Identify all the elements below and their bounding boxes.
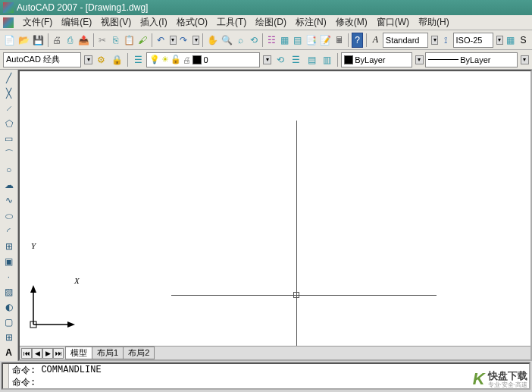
- paste-button[interactable]: 📋: [123, 33, 136, 48]
- separator: [202, 33, 203, 47]
- textstyle-combo[interactable]: Standard: [383, 33, 428, 48]
- ucs-x-label: X: [74, 276, 80, 285]
- dimstyle-icon[interactable]: ⟟: [440, 33, 451, 48]
- print-button[interactable]: 🖨: [52, 33, 63, 48]
- layer-combo[interactable]: 💡 ☀ 🔓 🖨 0: [146, 52, 259, 67]
- undo-dropdown[interactable]: ▾: [170, 36, 177, 45]
- menu-modify[interactable]: 修改(M): [336, 16, 368, 29]
- tab-prev-button[interactable]: ◀: [32, 348, 42, 359]
- markup-button[interactable]: 📝: [319, 33, 332, 48]
- mtext-tool[interactable]: A: [2, 346, 17, 359]
- dimstyle-combo[interactable]: ISO-25: [453, 33, 493, 48]
- command-handle[interactable]: [3, 364, 9, 388]
- svg-marker-3: [67, 321, 75, 328]
- linetype-preview-icon: [428, 59, 458, 60]
- layer-prev-button[interactable]: ⟲: [273, 52, 287, 67]
- publish-button[interactable]: 📤: [77, 33, 90, 48]
- rectangle-tool[interactable]: ▭: [2, 132, 17, 146]
- redo-dropdown[interactable]: ▾: [192, 36, 199, 45]
- tab-first-button[interactable]: ⏮: [21, 348, 32, 359]
- tab-model[interactable]: 模型: [65, 347, 92, 359]
- menu-dim[interactable]: 标注(N): [296, 16, 327, 29]
- separator: [366, 33, 367, 47]
- block-tool[interactable]: ▣: [2, 255, 17, 268]
- dimstyle-dropdown[interactable]: ▾: [496, 36, 503, 45]
- region-tool[interactable]: ▢: [2, 315, 17, 329]
- sheetset-button[interactable]: 📑: [305, 33, 318, 48]
- menu-edit[interactable]: 编辑(E): [61, 16, 92, 29]
- menu-window[interactable]: 窗口(W): [377, 16, 409, 29]
- tab-layout1[interactable]: 布局1: [92, 347, 124, 359]
- polygon-tool[interactable]: ⬠: [2, 117, 17, 130]
- menu-insert[interactable]: 插入(I): [140, 16, 167, 29]
- redo-button[interactable]: ↷: [178, 33, 189, 48]
- table-tool[interactable]: ⊞: [2, 331, 17, 344]
- linetype-combo[interactable]: ByLayer: [425, 52, 518, 67]
- command-window[interactable]: 命令: COMMANDLINE 命令:: [2, 362, 530, 390]
- xline-tool[interactable]: ╳: [2, 86, 17, 100]
- linetype-dropdown[interactable]: ▾: [521, 55, 529, 64]
- menu-file[interactable]: 文件(F): [23, 16, 52, 29]
- command-input-line[interactable]: 命令:: [9, 376, 529, 388]
- circle-tool[interactable]: ○: [2, 163, 17, 177]
- layer-states-button[interactable]: ☰: [289, 52, 303, 67]
- revcloud-tool[interactable]: ☁: [2, 178, 17, 192]
- menu-draw[interactable]: 绘图(D): [255, 16, 286, 29]
- workspace-settings-button[interactable]: ⚙: [94, 52, 108, 67]
- designcenter-button[interactable]: ▦: [279, 33, 290, 48]
- workspace-combo[interactable]: AutoCAD 经典: [3, 52, 81, 67]
- line-tool[interactable]: ╱: [2, 71, 17, 85]
- point-tool[interactable]: ·: [2, 270, 17, 284]
- help-button[interactable]: ?: [352, 33, 363, 48]
- calc-button[interactable]: 🖩: [333, 33, 345, 48]
- gradient-tool[interactable]: ◐: [2, 300, 17, 314]
- watermark: K 快盘下载 专业·安全·高速: [473, 369, 527, 389]
- tab-next-button[interactable]: ▶: [42, 348, 53, 359]
- command-prompt: 命令:: [12, 376, 36, 389]
- polyline-tool[interactable]: ⟋: [2, 102, 17, 115]
- layer-iso-button[interactable]: ▤: [305, 52, 319, 67]
- zoom-prev-button[interactable]: ⟲: [248, 33, 259, 48]
- layer-walk-button[interactable]: ▥: [320, 52, 334, 67]
- drawing-canvas[interactable]: Y X: [20, 71, 530, 346]
- new-button[interactable]: 📄: [3, 33, 16, 48]
- color-combo[interactable]: ByLayer: [341, 52, 412, 67]
- open-button[interactable]: 📂: [17, 33, 30, 48]
- tab-layout2[interactable]: 布局2: [123, 347, 155, 359]
- crosshair-vertical: [296, 121, 297, 346]
- tab-last-button[interactable]: ⏭: [53, 348, 64, 359]
- match-button[interactable]: 🖌: [137, 33, 149, 48]
- color-dropdown[interactable]: ▾: [415, 55, 424, 64]
- textstyle-icon[interactable]: A: [370, 33, 381, 48]
- copy-button[interactable]: ⎘: [110, 33, 121, 48]
- workspace-lock-icon[interactable]: 🔒: [110, 52, 124, 67]
- arc-tool[interactable]: ⌒: [2, 147, 17, 162]
- tab-nav: ⏮ ◀ ▶ ⏭: [21, 348, 64, 359]
- zoom-realtime-button[interactable]: 🔍: [221, 33, 233, 48]
- layer-manager-button[interactable]: ☰: [131, 52, 146, 67]
- undo-button[interactable]: ↶: [155, 33, 167, 48]
- hatch-tool[interactable]: ▨: [2, 285, 17, 299]
- menu-help[interactable]: 帮助(H): [418, 16, 449, 29]
- spline-tool[interactable]: ∿: [2, 193, 17, 207]
- ellipse-arc-tool[interactable]: ◜: [2, 224, 17, 238]
- menu-tools[interactable]: 工具(T): [217, 16, 246, 29]
- cut-button[interactable]: ✂: [97, 33, 108, 48]
- layer-color-swatch: [192, 55, 202, 64]
- svg-marker-1: [30, 285, 36, 293]
- layer-dropdown[interactable]: ▾: [263, 55, 271, 64]
- properties-button[interactable]: ☷: [266, 33, 277, 48]
- workspace-dropdown[interactable]: ▾: [84, 55, 92, 64]
- preview-button[interactable]: ⎙: [64, 33, 76, 48]
- save-button[interactable]: 💾: [32, 33, 45, 48]
- zoom-window-button[interactable]: ⌕: [235, 33, 246, 48]
- insert-tool[interactable]: ⊞: [2, 240, 17, 253]
- textstyle-dropdown[interactable]: ▾: [431, 36, 438, 45]
- pan-button[interactable]: ✋: [206, 33, 219, 48]
- ellipse-tool[interactable]: ⬭: [2, 209, 17, 223]
- menu-view[interactable]: 视图(V): [101, 16, 131, 29]
- tablestyle-button[interactable]: ▦: [505, 33, 516, 48]
- menu-format[interactable]: 格式(O): [177, 16, 208, 29]
- s-button[interactable]: S: [518, 33, 529, 48]
- toolpalette-button[interactable]: ▤: [292, 33, 303, 48]
